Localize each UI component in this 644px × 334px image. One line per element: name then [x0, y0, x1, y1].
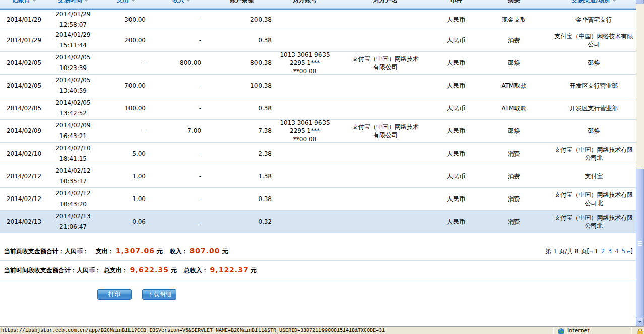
cell-booking_date: 2014/02/10	[0, 150, 48, 158]
cell-balance: 1.38	[209, 172, 275, 180]
column-header-summary: 摘要	[476, 0, 552, 10]
period-out-label: 总支出：	[104, 266, 128, 274]
page-link-2[interactable]: 2	[601, 248, 605, 255]
sort-arrow-icon	[612, 0, 616, 2]
cell-currency: 人民币	[436, 82, 476, 90]
cell-expense: 5.00	[98, 150, 154, 158]
column-header-place[interactable]: 交易渠道/场所	[552, 0, 636, 10]
cell-summary: 消费	[476, 218, 552, 226]
period-in-unit: 元	[251, 266, 257, 274]
cell-place: 开发区支行营业部	[552, 104, 636, 112]
cell-currency: 人民币	[436, 16, 476, 24]
download-details-button[interactable]: 下载明细	[142, 289, 176, 300]
cell-income: -	[154, 82, 209, 90]
cell-account: 1013 3061 9635 2295 1*** **00 00	[275, 119, 335, 143]
sort-arrow-icon	[186, 0, 190, 2]
cell-booking_date: 2014/02/12	[0, 172, 48, 180]
column-header-currency: 币种	[436, 0, 476, 10]
pagination-suffix: ]	[630, 248, 633, 255]
table-row[interactable]: 2014/02/092014/02/0916:43:21-7.007.38101…	[0, 120, 636, 143]
cell-currency: 人民币	[436, 59, 476, 67]
column-header-label: 交易时间	[58, 0, 82, 4]
sort-arrow-icon	[131, 0, 135, 2]
table-row[interactable]: 2014/02/052014/02/0513:40:59700.00-100.3…	[0, 75, 636, 97]
vertical-scrollbar[interactable]	[636, 0, 644, 326]
table-row[interactable]: 2014/01/292014/01/2915:11:44200.00-0.38人…	[0, 29, 636, 52]
scroll-thumb[interactable]	[636, 169, 644, 318]
cell-balance: 0.38	[209, 104, 275, 112]
period-out-value: 9,622.35	[130, 265, 169, 274]
cell-balance: 7.38	[209, 127, 275, 135]
cell-place: 金华曹宅支行	[552, 16, 636, 24]
cell-income: -	[154, 104, 209, 112]
cell-place: 支付宝（中国）网络技术有限 公司	[552, 32, 636, 48]
cell-balance: 800.38	[209, 59, 275, 67]
status-bar: https://ibsbjstar.ccb.com.cn/app/B2CMain…	[0, 326, 644, 334]
page-out-unit: 元	[157, 248, 163, 255]
cell-summary: ATM取款	[476, 104, 552, 112]
page-out-label: 支出：	[96, 248, 114, 255]
cell-booking_date: 2014/02/05	[0, 59, 48, 67]
column-header-txn_time[interactable]: 交易时间	[48, 0, 98, 10]
table-row[interactable]: 2014/02/122014/02/1210:43:201.00-0.38人民币…	[0, 188, 636, 211]
page-link-4[interactable]: 4	[615, 248, 619, 255]
cell-booking_date: 2014/02/09	[0, 127, 48, 135]
cell-income: -	[154, 218, 209, 226]
table-row[interactable]: 2014/02/052014/02/0510:23:39-800.00800.3…	[0, 52, 636, 75]
page-in-unit: 元	[222, 248, 228, 255]
table-row[interactable]: 2014/02/132014/02/1321:06:470.06-0.32人民币…	[0, 211, 636, 233]
cell-summary: 消费	[476, 195, 552, 203]
cell-income: -	[154, 172, 209, 180]
scroll-up-button[interactable]	[636, 0, 644, 4]
cell-currency: 人民币	[436, 172, 476, 180]
cell-expense: 1.00	[98, 172, 154, 180]
cell-currency: 人民币	[436, 195, 476, 203]
cell-place: 支付宝（中国）网络技术有限 公司北	[552, 214, 636, 230]
column-header-income[interactable]: 收入	[154, 0, 209, 10]
cell-income: -	[154, 36, 209, 44]
cell-booking_date: 2014/02/05	[0, 104, 48, 112]
page-link-5[interactable]: 5	[622, 248, 626, 255]
pagination: 第 1 页/共 8 页[◄12345►]	[545, 247, 633, 256]
column-header-label: 记账日	[12, 0, 30, 4]
cell-name: 支付宝（中国）网络技术 有限公司	[335, 55, 436, 71]
statusbar-divider	[631, 327, 632, 334]
cell-expense: 0.06	[98, 218, 154, 226]
table-row[interactable]: 2014/02/052014/02/0513:42:52100.00-0.38人…	[0, 97, 636, 120]
cell-txn_time: 2014/02/1210:43:20	[48, 188, 98, 210]
page-link-3[interactable]: 3	[608, 248, 612, 255]
column-header-label: 收入	[172, 0, 184, 4]
cell-place: 邵焕	[552, 127, 636, 135]
print-button[interactable]: 打印	[97, 289, 132, 300]
cell-place: 邵焕	[552, 59, 636, 67]
action-buttons: 打印 下载明细	[97, 289, 636, 300]
cell-txn_time: 2014/01/2915:11:44	[48, 30, 98, 51]
cell-account: 1013 3061 9635 2295 1*** **00 00	[275, 51, 335, 75]
cell-place: 支付宝（中国）网络技术有限 公司北	[552, 146, 636, 162]
column-header-label: 支出	[117, 0, 129, 4]
status-url-text: https://ibsbjstar.ccb.com.cn/app/B2CMain…	[0, 328, 385, 333]
column-header-label: 对方账号	[293, 0, 317, 4]
cell-balance: 2.38	[209, 150, 275, 158]
cell-summary: 消费	[476, 36, 552, 44]
period-in-value: 9,122.37	[210, 265, 249, 274]
cell-txn_time: 2014/02/0510:23:39	[48, 52, 98, 74]
table-row[interactable]: 2014/02/122014/02/1210:35:171.00-1.38人民币…	[0, 165, 636, 188]
table-row[interactable]: 2014/01/292014/01/2912:58:07300.00-200.3…	[0, 10, 636, 29]
column-header-expense[interactable]: 支出	[98, 0, 154, 10]
period-summary-prefix: 当前时间段收支金额合计：人民币：	[4, 266, 101, 274]
cell-balance: 200.38	[209, 16, 275, 24]
cell-place: 开发区支行营业部	[552, 82, 636, 90]
pagination-text: 第 1 页/共 8 页[	[545, 248, 589, 255]
cell-txn_time: 2014/02/0916:43:21	[48, 120, 98, 142]
column-header-name: 对方户名	[335, 0, 436, 10]
cell-expense: 300.00	[98, 16, 154, 24]
table-row[interactable]: 2014/02/102014/02/1018:41:155.00-2.38人民币…	[0, 143, 636, 165]
cell-summary: 消费	[476, 150, 552, 158]
cell-currency: 人民币	[436, 218, 476, 226]
cell-expense: 100.00	[98, 104, 154, 112]
prev-page-icon[interactable]: ◄	[589, 249, 593, 254]
column-header-booking_date[interactable]: 记账日	[0, 0, 48, 10]
cell-currency: 人民币	[436, 104, 476, 112]
scroll-down-button[interactable]	[636, 318, 644, 326]
